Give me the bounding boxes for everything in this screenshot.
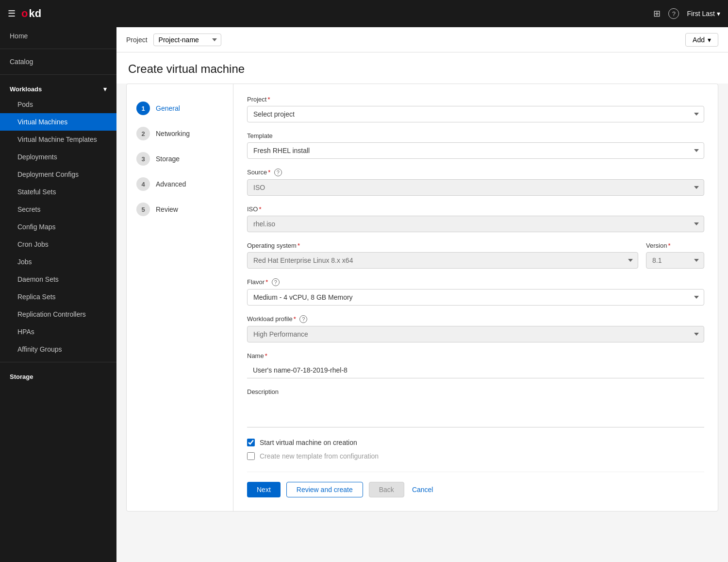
name-field-group: Name*: [247, 352, 704, 378]
version-field-label: Version*: [646, 242, 704, 249]
create-template-checkbox-row: Create new template from configuration: [247, 452, 704, 460]
sidebar-item-config-maps[interactable]: Config Maps: [0, 218, 116, 236]
project-field-group: Project* Select project: [247, 96, 704, 122]
top-bar: Project Project-name Add ▾: [116, 27, 728, 52]
os-field-select[interactable]: Red Hat Enterprise Linux 8.x x64: [247, 252, 638, 269]
logo-kd: kd: [29, 7, 41, 20]
sidebar-item-deployment-configs[interactable]: Deployment Configs: [0, 166, 116, 183]
template-field-group: Template Fresh RHEL install: [247, 132, 704, 159]
iso-field-select[interactable]: rhel.iso: [247, 216, 704, 232]
template-field-label: Template: [247, 132, 704, 139]
wizard-step-3[interactable]: 3 Storage: [127, 146, 233, 171]
page-title: Create virtual machine: [128, 62, 716, 76]
project-field-select[interactable]: Select project: [247, 106, 704, 122]
name-field-input[interactable]: [247, 362, 704, 378]
project-field-label: Project*: [247, 96, 704, 103]
start-vm-label[interactable]: Start virtual machine on creation: [260, 439, 357, 446]
create-template-checkbox[interactable]: [247, 452, 255, 460]
workload-help-icon[interactable]: ?: [299, 315, 307, 323]
step-label-5: Review: [156, 205, 178, 213]
wizard-steps: 1 General 2 Networking 3 Storage 4 Advan…: [127, 84, 233, 511]
add-button[interactable]: Add ▾: [685, 33, 718, 47]
review-create-button[interactable]: Review and create: [286, 482, 363, 497]
sidebar-section-workloads-label: Workloads: [10, 85, 42, 93]
sidebar-item-home[interactable]: Home: [0, 27, 116, 45]
back-button[interactable]: Back: [369, 482, 404, 497]
sidebar-section-storage-label: Storage: [10, 373, 33, 380]
sidebar-section-workloads[interactable]: Workloads ▾: [0, 79, 116, 96]
sidebar-item-virtual-machine-templates[interactable]: Virtual Machine Templates: [0, 131, 116, 148]
page-title-bar: Create virtual machine: [116, 52, 728, 84]
sidebar-item-cron-jobs[interactable]: Cron Jobs: [0, 236, 116, 253]
sidebar-item-daemon-sets[interactable]: Daemon Sets: [0, 271, 116, 288]
sidebar-item-affinity-groups[interactable]: Affinity Groups: [0, 341, 116, 358]
wizard-step-2[interactable]: 2 Networking: [127, 121, 233, 146]
iso-field-label: ISO*: [247, 205, 704, 213]
workload-field-select[interactable]: High Performance: [247, 326, 704, 342]
sidebar-item-replication-controllers[interactable]: Replication Controllers: [0, 306, 116, 323]
wizard-form-content: Project* Select project Template Fresh R…: [233, 84, 718, 511]
workloads-chevron: ▾: [103, 85, 107, 93]
flavor-field-label: Flavor* ?: [247, 278, 704, 286]
grid-icon[interactable]: ⊞: [653, 8, 661, 19]
wizard-step-1[interactable]: 1 General: [127, 96, 233, 121]
wizard-footer: Next Review and create Back Cancel: [247, 472, 704, 499]
wizard-step-4[interactable]: 4 Advanced: [127, 171, 233, 197]
step-number-2: 2: [136, 127, 150, 140]
user-menu[interactable]: First Last ▾: [687, 10, 720, 17]
step-number-3: 3: [136, 152, 150, 166]
main-layout: Home Catalog Workloads ▾ Pods Virtual Ma…: [0, 27, 728, 562]
template-field-select[interactable]: Fresh RHEL install: [247, 142, 704, 159]
next-button[interactable]: Next: [247, 482, 281, 497]
description-field-group: Description: [247, 388, 704, 429]
source-field-group: Source* ? ISO: [247, 169, 704, 196]
start-vm-checkbox[interactable]: [247, 439, 255, 446]
iso-field-group: ISO* rhel.iso: [247, 205, 704, 232]
flavor-help-icon[interactable]: ?: [272, 278, 280, 286]
source-help-icon[interactable]: ?: [274, 169, 282, 176]
flavor-field-select[interactable]: Medium - 4 vCPU, 8 GB Memory: [247, 289, 704, 306]
user-name: First Last: [687, 10, 715, 17]
source-field-label: Source* ?: [247, 169, 704, 176]
cancel-button[interactable]: Cancel: [410, 482, 435, 497]
wizard-container: 1 General 2 Networking 3 Storage 4 Advan…: [126, 84, 718, 511]
navbar-right: ⊞ ? First Last ▾: [653, 8, 720, 19]
sidebar-item-stateful-sets[interactable]: Stateful Sets: [0, 183, 116, 201]
project-select[interactable]: Project-name: [153, 34, 221, 46]
hamburger-icon[interactable]: ☰: [8, 8, 16, 19]
step-number-5: 5: [136, 203, 150, 216]
version-field-select[interactable]: 8.1: [646, 252, 704, 269]
logo: okd: [21, 7, 41, 20]
start-vm-checkbox-row: Start virtual machine on creation: [247, 439, 704, 446]
wizard-step-5[interactable]: 5 Review: [127, 197, 233, 222]
name-field-label: Name*: [247, 352, 704, 359]
step-label-4: Advanced: [156, 180, 186, 188]
source-field-select[interactable]: ISO: [247, 179, 704, 196]
sidebar-section-storage[interactable]: Storage: [0, 366, 116, 383]
sidebar-item-deployments[interactable]: Deployments: [0, 148, 116, 166]
add-button-label: Add: [693, 36, 705, 44]
sidebar-item-replica-sets[interactable]: Replica Sets: [0, 288, 116, 306]
sidebar-item-hpas[interactable]: HPAs: [0, 323, 116, 341]
version-field-group: Version* 8.1: [646, 242, 704, 269]
step-label-2: Networking: [156, 130, 190, 137]
navbar: ☰ okd ⊞ ? First Last ▾: [0, 0, 728, 27]
logo-o: o: [21, 7, 28, 20]
sidebar-item-virtual-machines[interactable]: Virtual Machines: [0, 113, 116, 131]
sidebar-item-jobs[interactable]: Jobs: [0, 253, 116, 271]
step-label-1: General: [156, 104, 180, 112]
user-chevron: ▾: [717, 10, 720, 17]
project-label: Project: [126, 36, 148, 44]
description-field-label: Description: [247, 388, 704, 395]
sidebar-item-catalog[interactable]: Catalog: [0, 53, 116, 70]
sidebar-item-pods[interactable]: Pods: [0, 96, 116, 113]
help-icon[interactable]: ?: [668, 8, 679, 19]
os-field-group: Operating system* Red Hat Enterprise Lin…: [247, 242, 638, 269]
sidebar-item-secrets[interactable]: Secrets: [0, 201, 116, 218]
add-chevron-icon: ▾: [708, 36, 711, 44]
create-template-label[interactable]: Create new template from configuration: [260, 452, 379, 460]
workload-field-group: Workload profile* ? High Performance: [247, 315, 704, 342]
description-field-textarea[interactable]: [247, 398, 704, 427]
step-label-3: Storage: [156, 155, 180, 163]
os-version-row: Operating system* Red Hat Enterprise Lin…: [247, 242, 704, 278]
